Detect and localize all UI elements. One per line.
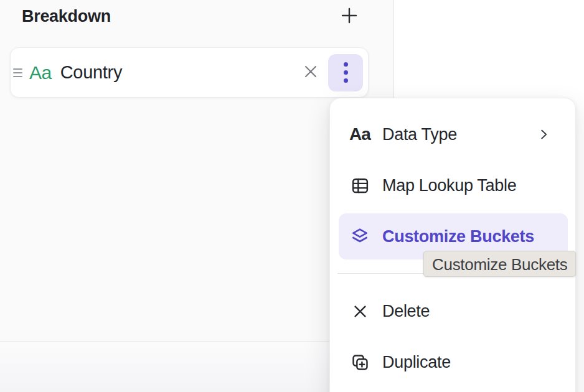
breakdown-field-card[interactable]: Aa Country (10, 47, 369, 98)
panel-header: Breakdown (22, 4, 361, 29)
remove-field-button[interactable] (298, 60, 323, 85)
layers-icon (349, 226, 370, 246)
copy-plus-icon (349, 353, 370, 372)
menu-item-label: Delete (382, 302, 430, 321)
x-icon (302, 63, 319, 82)
panel-title: Breakdown (22, 7, 111, 26)
menu-item-label: Data Type (382, 125, 457, 144)
menu-item-label: Map Lookup Table (382, 176, 516, 195)
plus-icon (340, 6, 359, 27)
chevron-right-icon (537, 127, 550, 142)
menu-item-label: Duplicate (382, 353, 451, 372)
menu-item-duplicate[interactable]: Duplicate (330, 337, 575, 388)
text-type-icon: Aa (349, 124, 370, 144)
field-type-badge: Aa (29, 62, 52, 83)
add-breakdown-button[interactable] (337, 4, 361, 28)
menu-item-data-type[interactable]: Aa Data Type (330, 109, 575, 160)
x-icon (349, 303, 370, 320)
menu-item-delete[interactable]: Delete (330, 286, 575, 337)
menu-item-label: Customize Buckets (382, 227, 534, 246)
table-icon (349, 176, 370, 195)
kebab-vertical-icon (344, 62, 348, 83)
field-name: Country (60, 62, 122, 83)
field-context-menu: Aa Data Type Map Lookup Table Cust (329, 98, 576, 392)
menu-item-map-lookup-table[interactable]: Map Lookup Table (330, 160, 575, 211)
field-menu-button[interactable] (328, 54, 363, 91)
tooltip: Customize Buckets (423, 251, 576, 277)
drag-handle-icon[interactable] (13, 68, 22, 77)
